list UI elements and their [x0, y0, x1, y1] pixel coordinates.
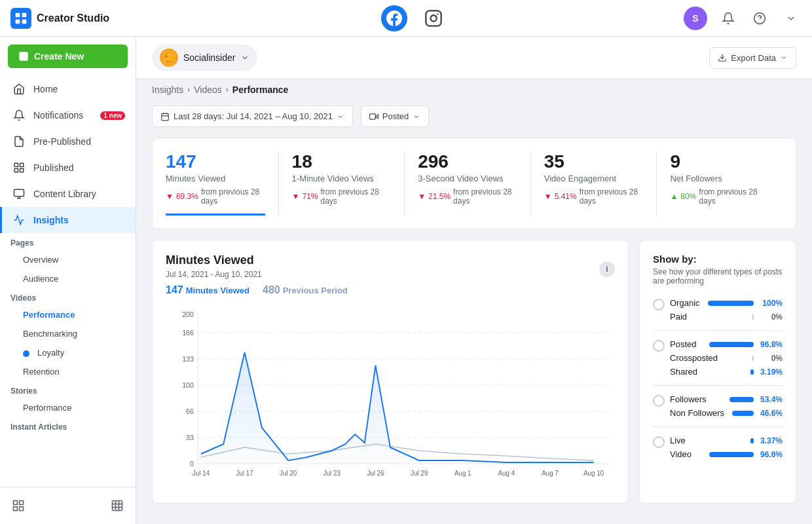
filters-row: Last 28 days: Jul 14, 2021 – Aug 10, 202… — [152, 105, 796, 127]
date-range-chevron — [337, 113, 344, 121]
sidebar-item-home[interactable]: Home — [0, 76, 136, 102]
chevron-down-icon[interactable] — [781, 8, 802, 29]
avatar[interactable]: S — [684, 7, 707, 30]
sidebar-home-label: Home — [33, 84, 58, 94]
sidebar-sub-performance[interactable]: Performance — [0, 305, 136, 324]
sidebar-sub-audience[interactable]: Audience — [0, 269, 136, 288]
sidebar-sub-overview[interactable]: Overview — [0, 250, 136, 269]
page-selector[interactable]: 🐈 Socialinsider — [152, 45, 257, 71]
organic-pct: 100% — [758, 299, 783, 308]
show-by-group-1: Posted 96.8% Crossposted 0% — [653, 337, 783, 379]
svg-text:Aug 7: Aug 7 — [542, 470, 559, 477]
posted-pct: 96.8% — [758, 340, 783, 349]
insights-nav-icon — [12, 214, 26, 227]
sidebar-table-icon[interactable] — [107, 495, 128, 516]
show-by-desc: See how your different types of posts ar… — [653, 267, 783, 286]
notifications-icon[interactable] — [718, 8, 739, 29]
sidebar-sub-retention[interactable]: Retention — [0, 362, 136, 381]
radio-0[interactable] — [653, 299, 665, 310]
svg-rect-13 — [14, 189, 24, 196]
svg-rect-1 — [22, 12, 27, 17]
instant-articles-label: Instant Articles — [0, 417, 136, 434]
stat-change-3: ▼ 5.41% from previous 28 days — [544, 187, 644, 206]
breadcrumb-current: Performance — [232, 84, 289, 95]
svg-rect-20 — [113, 501, 122, 511]
posted-bar — [709, 342, 754, 347]
previous-legend: 480 Previous Period — [263, 284, 348, 296]
svg-text:Aug 1: Aug 1 — [454, 470, 471, 477]
posted-text: Posted — [382, 111, 409, 121]
radio-2[interactable] — [653, 395, 665, 407]
sidebar-item-notifications[interactable]: Notifications 1 new — [0, 102, 136, 128]
svg-text:Jul 17: Jul 17 — [236, 470, 253, 477]
breadcrumb: Insights › Videos › Performance — [136, 79, 812, 95]
instagram-nav-button[interactable] — [423, 8, 444, 29]
show-by-row-shared: Shared 3.19% — [670, 365, 783, 379]
previous-label: Previous Period — [283, 286, 348, 295]
sidebar-bottom — [0, 487, 136, 524]
sidebar-item-pre-published[interactable]: Pre-Published — [0, 128, 136, 155]
notifications-nav-icon — [12, 109, 26, 122]
date-range-filter[interactable]: Last 28 days: Jul 14, 2021 – Aug 10, 202… — [152, 105, 353, 127]
published-icon — [12, 161, 26, 174]
previous-value: 480 — [263, 284, 280, 296]
videos-section-label: Videos — [0, 288, 136, 305]
sidebar-item-published[interactable]: Published — [0, 155, 136, 181]
stories-section-label: Stories — [0, 381, 136, 398]
breadcrumb-videos[interactable]: Videos — [194, 84, 222, 95]
sidebar-sub-benchmarking[interactable]: Benchmarking — [0, 324, 136, 343]
svg-rect-16 — [14, 501, 18, 505]
show-by-radio-1: Posted 96.8% Crossposted 0% — [653, 337, 783, 379]
crossposted-pct: 0% — [758, 354, 783, 363]
show-by-row-live: Live 3.37% — [670, 434, 783, 447]
sidebar-grid-icon[interactable] — [8, 495, 29, 516]
stat-1min-views: 18 1-Minute Video Views ▼ 71% from previ… — [279, 151, 405, 215]
stat-value-0: 147 — [166, 151, 265, 172]
pages-section-label: Pages — [0, 233, 136, 250]
chart-section: Minutes Viewed Jul 14, 2021 - Aug 10, 20… — [152, 240, 796, 504]
sidebar-content-library-label: Content Library — [33, 189, 96, 199]
video-bar — [709, 452, 754, 457]
show-by-group-3: Live 3.37% Video 96.6% — [653, 434, 783, 461]
breadcrumb-chevron-1: › — [187, 85, 190, 94]
facebook-nav-button[interactable] — [381, 5, 407, 31]
sidebar: Create New Home Notifications 1 new Pre-… — [0, 37, 136, 524]
divider-2 — [653, 385, 783, 386]
page-selector-chevron — [240, 53, 249, 62]
svg-rect-0 — [16, 12, 20, 17]
stat-label-4: Net Followers — [670, 174, 769, 183]
content-area: Last 28 days: Jul 14, 2021 – Aug 10, 202… — [136, 95, 812, 514]
sidebar-item-content-library[interactable]: Content Library — [0, 181, 136, 207]
show-by-row-crossposted: Crossposted 0% — [670, 351, 783, 365]
stat-label-0: Minutes Viewed — [166, 174, 265, 183]
posted-filter[interactable]: Posted — [361, 105, 429, 127]
export-data-button[interactable]: Export Data — [709, 47, 796, 69]
stat-3sec-views: 296 3-Second Video Views ▼ 21.5% from pr… — [405, 151, 531, 215]
svg-rect-12 — [14, 169, 18, 172]
stat-underline — [166, 214, 265, 215]
radio-1[interactable] — [653, 340, 665, 352]
show-by-group-2: Followers 53.4% Non Followers — [653, 392, 783, 420]
svg-rect-2 — [16, 19, 20, 24]
non-followers-bar — [732, 411, 754, 416]
breadcrumb-insights[interactable]: Insights — [152, 84, 183, 95]
stat-value-1: 18 — [292, 151, 392, 172]
svg-text:Jul 23: Jul 23 — [323, 470, 341, 477]
help-icon[interactable] — [749, 8, 770, 29]
create-new-button[interactable]: Create New — [8, 45, 128, 68]
stat-net-followers: 9 Net Followers ▲ 80% from previous 28 d… — [657, 151, 783, 215]
followers-pct: 53.4% — [758, 395, 783, 404]
paid-bar — [752, 314, 754, 320]
stat-value-4: 9 — [670, 151, 769, 172]
sidebar-sub-stories-performance[interactable]: Performance — [0, 398, 136, 417]
nav-right: S — [684, 7, 802, 30]
svg-rect-9 — [14, 163, 18, 166]
sidebar-sub-loyalty[interactable]: Loyalty — [0, 343, 136, 362]
stat-change-1: ▼ 71% from previous 28 days — [292, 187, 392, 206]
divider-3 — [653, 426, 783, 427]
svg-text:Jul 29: Jul 29 — [411, 470, 428, 477]
sidebar-item-insights[interactable]: Insights — [0, 207, 136, 233]
svg-text:0: 0 — [190, 460, 194, 468]
radio-3[interactable] — [653, 436, 665, 448]
svg-rect-4 — [426, 10, 441, 26]
